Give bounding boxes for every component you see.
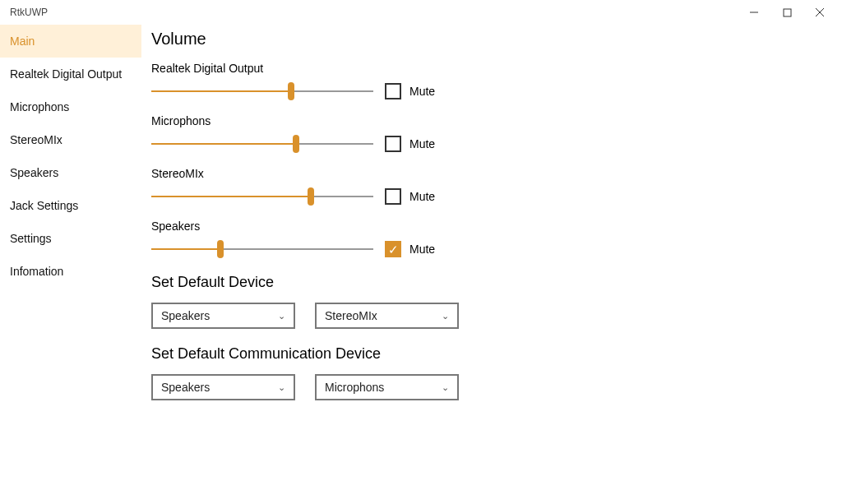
app-title: RtkUWP <box>10 7 48 18</box>
volume-label: Microphons <box>151 114 832 127</box>
sidebar-item-main[interactable]: Main <box>0 25 141 58</box>
volume-label: Speakers <box>151 220 832 233</box>
chevron-down-icon: ⌄ <box>278 311 285 321</box>
sidebar-item-microphons[interactable]: Microphons <box>0 90 141 123</box>
title-bar: RtkUWP <box>0 0 842 25</box>
mute-label: Mute <box>409 85 435 98</box>
mute-checkbox-stereomix[interactable] <box>385 188 401 205</box>
svg-rect-1 <box>784 9 791 16</box>
chevron-down-icon: ⌄ <box>278 382 285 393</box>
check-icon: ✓ <box>388 243 399 256</box>
volume-slider-speakers[interactable] <box>151 242 373 257</box>
volume-slider-realtek-digital[interactable] <box>151 84 373 99</box>
mute-checkbox-speakers[interactable]: ✓ <box>385 241 401 257</box>
select-value: Speakers <box>161 381 210 394</box>
default-playback-select[interactable]: Speakers ⌄ <box>151 303 295 329</box>
default-comm-capture-select[interactable]: Microphons ⌄ <box>315 374 459 400</box>
default-comm-playback-select[interactable]: Speakers ⌄ <box>151 374 295 400</box>
volume-row-microphons: Microphons Mute <box>151 114 832 152</box>
volume-label: StereoMIx <box>151 167 832 180</box>
volume-label: Realtek Digital Output <box>151 62 832 75</box>
minimize-button[interactable] <box>748 7 760 18</box>
close-button[interactable] <box>814 7 826 18</box>
sidebar-item-infomation[interactable]: Infomation <box>0 255 141 288</box>
chevron-down-icon: ⌄ <box>442 311 449 321</box>
set-default-comm-device-heading: Set Default Communication Device <box>151 345 832 363</box>
mute-label: Mute <box>409 190 435 203</box>
select-value: Microphons <box>325 381 384 394</box>
mute-label: Mute <box>409 243 435 256</box>
set-default-device-heading: Set Default Device <box>151 274 832 291</box>
volume-slider-microphons[interactable] <box>151 136 373 151</box>
volume-slider-stereomix[interactable] <box>151 189 373 204</box>
chevron-down-icon: ⌄ <box>442 382 449 393</box>
sidebar-item-settings[interactable]: Settings <box>0 222 141 255</box>
mute-label: Mute <box>409 137 435 150</box>
sidebar-item-speakers[interactable]: Speakers <box>0 156 141 189</box>
main-pane: Volume Realtek Digital Output Mute Micro… <box>141 25 842 504</box>
mute-checkbox-microphons[interactable] <box>385 136 401 152</box>
window-controls <box>748 7 835 18</box>
volume-row-realtek-digital: Realtek Digital Output Mute <box>151 62 832 99</box>
sidebar-item-realtek-digital[interactable]: Realtek Digital Output <box>0 58 141 90</box>
volume-heading: Volume <box>151 30 832 49</box>
select-value: Speakers <box>161 309 210 322</box>
mute-checkbox-realtek-digital[interactable] <box>385 83 401 99</box>
default-capture-select[interactable]: StereoMIx ⌄ <box>315 303 459 329</box>
sidebar-item-jack-settings[interactable]: Jack Settings <box>0 189 141 222</box>
maximize-button[interactable] <box>781 7 793 18</box>
sidebar: Main Realtek Digital Output Microphons S… <box>0 25 141 504</box>
select-value: StereoMIx <box>325 309 377 322</box>
volume-row-speakers: Speakers ✓ Mute <box>151 220 832 257</box>
volume-row-stereomix: StereoMIx Mute <box>151 167 832 205</box>
sidebar-item-stereomix[interactable]: StereoMIx <box>0 123 141 156</box>
